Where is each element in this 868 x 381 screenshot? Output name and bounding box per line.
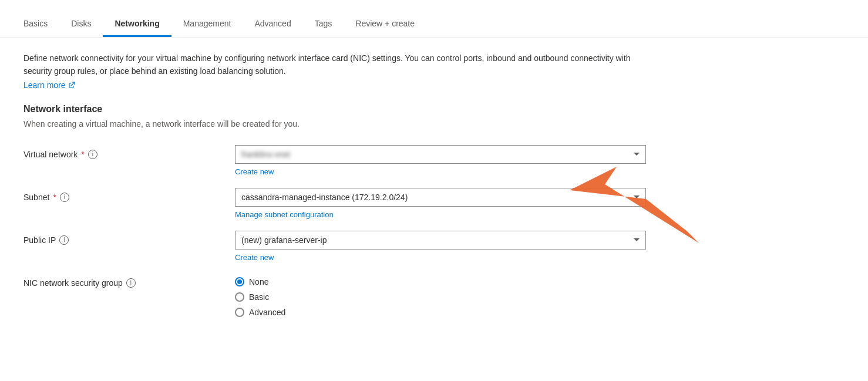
- radio-basic-circle: [235, 292, 244, 302]
- public-ip-value: (new) grafana-server-ip: [241, 235, 327, 245]
- virtual-network-label: Virtual network * i: [23, 145, 235, 159]
- tab-management[interactable]: Management: [171, 12, 243, 37]
- virtual-network-row: Virtual network * i franklins-vnet Creat…: [23, 145, 681, 176]
- subnet-row: Subnet * i cassandra-managed-instance (1…: [23, 188, 681, 219]
- subnet-info-icon[interactable]: i: [60, 193, 69, 202]
- learn-more-label: Learn more: [23, 80, 66, 90]
- tab-networking[interactable]: Networking: [103, 12, 171, 37]
- tab-bar: Basics Disks Networking Management Advan…: [0, 0, 868, 38]
- public-ip-info-icon[interactable]: i: [59, 235, 69, 245]
- nic-security-control: None Basic Advanced: [235, 274, 646, 317]
- radio-advanced-label: Advanced: [249, 308, 285, 317]
- learn-more-link[interactable]: Learn more: [23, 80, 75, 90]
- subnet-control: cassandra-managed-instance (172.19.2.0/2…: [235, 188, 646, 219]
- tab-tags[interactable]: Tags: [303, 12, 344, 37]
- nic-security-radio-group: None Basic Advanced: [235, 274, 646, 317]
- radio-none[interactable]: None: [235, 277, 646, 286]
- radio-advanced-circle: [235, 308, 244, 317]
- tab-disks[interactable]: Disks: [59, 12, 103, 37]
- subnet-label: Subnet * i: [23, 188, 235, 202]
- virtual-network-label-text: Virtual network: [23, 150, 78, 159]
- section-title: Network interface: [23, 104, 681, 114]
- radio-basic-label: Basic: [249, 292, 269, 302]
- virtual-network-dropdown[interactable]: franklins-vnet: [235, 145, 646, 164]
- tab-advanced[interactable]: Advanced: [243, 12, 302, 37]
- external-link-icon: [68, 82, 75, 89]
- subnet-dropdown[interactable]: cassandra-managed-instance (172.19.2.0/2…: [235, 188, 646, 207]
- subnet-label-text: Subnet: [23, 193, 49, 202]
- public-ip-label: Public IP i: [23, 231, 235, 245]
- tab-review-create[interactable]: Review + create: [344, 12, 426, 37]
- nic-security-label: NIC network security group i: [23, 274, 235, 288]
- radio-none-label: None: [249, 277, 268, 286]
- public-ip-create-new[interactable]: Create new: [235, 253, 274, 262]
- virtual-network-required: *: [81, 150, 84, 159]
- radio-none-circle: [235, 277, 244, 286]
- virtual-network-info-icon[interactable]: i: [88, 150, 97, 159]
- page-description: Define network connectivity for your vir…: [23, 52, 658, 78]
- subnet-value: cassandra-managed-instance (172.19.2.0/2…: [241, 193, 408, 202]
- public-ip-row: Public IP i (new) grafana-server-ip Crea…: [23, 231, 681, 262]
- public-ip-label-text: Public IP: [23, 235, 56, 245]
- tab-basics[interactable]: Basics: [23, 12, 59, 37]
- section-subtitle: When creating a virtual machine, a netwo…: [23, 119, 681, 129]
- nic-security-label-text: NIC network security group: [23, 278, 123, 288]
- manage-subnet-link[interactable]: Manage subnet configuration: [235, 210, 334, 219]
- nic-security-info-icon[interactable]: i: [126, 278, 136, 288]
- virtual-network-control: franklins-vnet Create new: [235, 145, 646, 176]
- virtual-network-value: franklins-vnet: [241, 150, 290, 159]
- public-ip-chevron-icon: [634, 238, 640, 241]
- virtual-network-create-new[interactable]: Create new: [235, 167, 274, 176]
- radio-advanced[interactable]: Advanced: [235, 308, 646, 317]
- subnet-chevron-icon: [634, 195, 640, 198]
- virtual-network-chevron-icon: [634, 153, 640, 156]
- public-ip-dropdown[interactable]: (new) grafana-server-ip: [235, 231, 646, 249]
- subnet-required: *: [53, 193, 56, 202]
- main-content: Define network connectivity for your vir…: [0, 38, 705, 343]
- nic-security-row: NIC network security group i None Basic …: [23, 274, 681, 317]
- radio-basic[interactable]: Basic: [235, 292, 646, 302]
- public-ip-control: (new) grafana-server-ip Create new: [235, 231, 646, 262]
